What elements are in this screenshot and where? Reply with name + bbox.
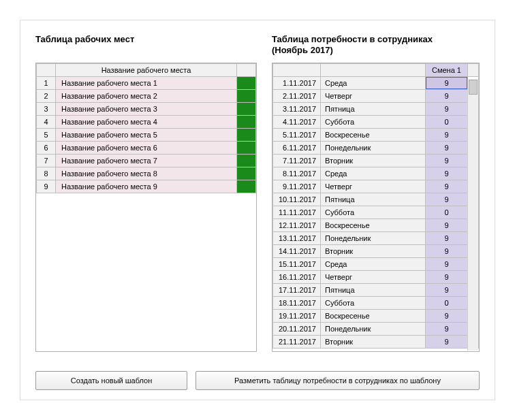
new-template-label: Создать новый шаблон — [71, 376, 153, 385]
need-shift-cell[interactable]: 9 — [426, 193, 468, 206]
need-shift-cell[interactable]: 9 — [426, 77, 468, 90]
workplace-name[interactable]: Название рабочего места 4 — [56, 116, 237, 129]
need-day: Среда — [321, 77, 426, 90]
workplace-color[interactable] — [237, 142, 256, 155]
need-shift-cell[interactable]: 9 — [426, 142, 468, 155]
need-date: 4.11.2017 — [273, 116, 321, 129]
table-row[interactable]: 12.11.2017Воскресенье9 — [273, 219, 479, 232]
need-shift-cell[interactable]: 9 — [426, 129, 468, 142]
table-row[interactable]: 2.11.2017Четверг9 — [273, 90, 479, 103]
table-row[interactable]: 10.11.2017Пятница9 — [273, 193, 479, 206]
need-shift-cell[interactable]: 0 — [426, 116, 468, 129]
need-shift-cell[interactable]: 0 — [426, 206, 468, 219]
table-row[interactable]: 20.11.2017Понедельник9 — [273, 323, 479, 336]
table-row[interactable]: 9Название рабочего места 9 — [37, 180, 256, 193]
workplace-name[interactable]: Название рабочего места 1 — [56, 77, 237, 90]
need-shift-cell[interactable]: 9 — [426, 232, 468, 245]
table-row[interactable]: 21.11.2017Вторник9 — [273, 336, 479, 349]
workplace-color[interactable] — [237, 116, 256, 129]
need-scrollbar-thumb[interactable] — [469, 80, 478, 95]
workplace-color[interactable] — [237, 103, 256, 116]
row-number: 6 — [37, 142, 56, 155]
table-row[interactable]: 17.11.2017Пятница9 — [273, 284, 479, 297]
need-date: 12.11.2017 — [273, 219, 321, 232]
table-row[interactable]: 8Название рабочего места 8 — [37, 167, 256, 180]
need-shift-cell[interactable]: 9 — [426, 336, 468, 349]
apply-template-button[interactable]: Разметить таблицу потребности в сотрудни… — [196, 371, 480, 390]
table-row[interactable]: 18.11.2017Суббота0 — [273, 297, 479, 310]
row-number: 1 — [37, 77, 56, 90]
need-header-shift[interactable]: Смена 1 — [426, 64, 468, 77]
table-row[interactable]: 7Название рабочего места 7 — [37, 155, 256, 167]
need-date: 20.11.2017 — [273, 323, 321, 336]
table-row[interactable]: 13.11.2017Понедельник9 — [273, 232, 479, 245]
row-number: 9 — [37, 180, 56, 193]
table-row[interactable]: 6Название рабочего места 6 — [37, 142, 256, 155]
workplace-name[interactable]: Название рабочего места 5 — [56, 129, 237, 142]
table-row[interactable]: 6.11.2017Понедельник9 — [273, 142, 479, 155]
table-row[interactable]: 4Название рабочего места 4 — [37, 116, 256, 129]
table-row[interactable]: 14.11.2017Вторник9 — [273, 245, 479, 258]
need-table[interactable]: Смена 1 1.11.2017Среда92.11.2017Четверг9… — [272, 63, 480, 352]
new-template-button[interactable]: Создать новый шаблон — [35, 371, 187, 390]
table-row[interactable]: 2Название рабочего места 2 — [37, 90, 256, 103]
need-day: Суббота — [321, 206, 426, 219]
table-row[interactable]: 1.11.2017Среда9 — [273, 77, 479, 90]
need-shift-cell[interactable]: 9 — [426, 323, 468, 336]
table-row[interactable]: 19.11.2017Воскресенье9 — [273, 310, 479, 323]
table-row[interactable]: 5.11.2017Воскресенье9 — [273, 129, 479, 142]
workplace-color[interactable] — [237, 180, 256, 193]
workplaces-header-num — [37, 64, 56, 77]
workplace-name[interactable]: Название рабочего места 9 — [56, 180, 237, 193]
need-shift-cell[interactable]: 9 — [426, 103, 468, 116]
need-shift-cell[interactable]: 9 — [426, 167, 468, 180]
need-shift-cell[interactable]: 9 — [426, 90, 468, 103]
row-number: 8 — [37, 167, 56, 180]
workplaces-table[interactable]: Название рабочего места 1Название рабоче… — [35, 63, 257, 352]
need-date: 9.11.2017 — [273, 180, 321, 193]
need-day: Воскресенье — [321, 310, 426, 323]
table-row[interactable]: 16.11.2017Четверг9 — [273, 271, 479, 284]
workplace-name[interactable]: Название рабочего места 7 — [56, 155, 237, 167]
row-number: 5 — [37, 129, 56, 142]
table-row[interactable]: 1Название рабочего места 1 — [37, 77, 256, 90]
need-shift-cell[interactable]: 9 — [426, 245, 468, 258]
need-day: Воскресенье — [321, 219, 426, 232]
table-row[interactable]: 5Название рабочего места 5 — [37, 129, 256, 142]
need-shift-cell[interactable]: 9 — [426, 155, 468, 167]
table-row[interactable]: 7.11.2017Вторник9 — [273, 155, 479, 167]
workplace-name[interactable]: Название рабочего места 3 — [56, 103, 237, 116]
workplace-name[interactable]: Название рабочего места 8 — [56, 167, 237, 180]
need-shift-cell[interactable]: 9 — [426, 310, 468, 323]
need-date: 14.11.2017 — [273, 245, 321, 258]
need-title: Таблица потребности в сотрудниках (Ноябр… — [272, 34, 480, 57]
table-row[interactable]: 11.11.2017Суббота0 — [273, 206, 479, 219]
need-date: 13.11.2017 — [273, 232, 321, 245]
workplace-color[interactable] — [237, 129, 256, 142]
workplace-name[interactable]: Название рабочего места 6 — [56, 142, 237, 155]
table-row[interactable]: 15.11.2017Среда9 — [273, 258, 479, 271]
need-shift-cell[interactable]: 0 — [426, 297, 468, 310]
need-header-scroll-gap — [468, 64, 479, 77]
need-shift-cell[interactable]: 9 — [426, 284, 468, 297]
need-day: Пятница — [321, 193, 426, 206]
table-row[interactable]: 8.11.2017Среда9 — [273, 167, 479, 180]
need-shift-cell[interactable]: 9 — [426, 271, 468, 284]
table-row[interactable]: 3.11.2017Пятница9 — [273, 103, 479, 116]
need-shift-cell[interactable]: 9 — [426, 258, 468, 271]
need-scrollbar[interactable] — [467, 79, 478, 351]
workplace-color[interactable] — [237, 77, 256, 90]
workplace-name[interactable]: Название рабочего места 2 — [56, 90, 237, 103]
need-shift-cell[interactable]: 9 — [426, 219, 468, 232]
workplaces-header-color — [237, 64, 256, 77]
workplace-color[interactable] — [237, 90, 256, 103]
need-shift-cell[interactable]: 9 — [426, 180, 468, 193]
need-date: 3.11.2017 — [273, 103, 321, 116]
workplace-color[interactable] — [237, 167, 256, 180]
table-row[interactable]: 9.11.2017Четверг9 — [273, 180, 479, 193]
need-section: Таблица потребности в сотрудниках (Ноябр… — [272, 34, 480, 352]
table-row[interactable]: 4.11.2017Суббота0 — [273, 116, 479, 129]
workplace-color[interactable] — [237, 155, 256, 167]
need-date: 21.11.2017 — [273, 336, 321, 349]
table-row[interactable]: 3Название рабочего места 3 — [37, 103, 256, 116]
